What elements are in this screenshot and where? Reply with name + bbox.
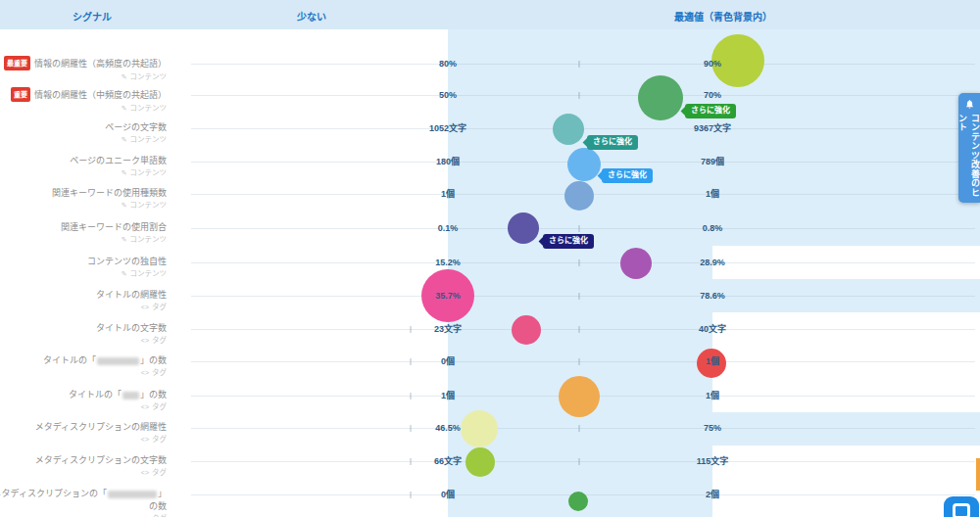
signal-category: ✎コンテンツ <box>4 71 167 82</box>
edit-icon: ✎ <box>122 236 127 243</box>
signal-category: <>タグ <box>43 367 167 378</box>
code-icon: <> <box>141 337 149 344</box>
current-value: 50% <box>389 89 507 101</box>
signal-label: ページのユニーク単語数✎コンテンツ <box>70 155 167 178</box>
signal-category: <>タグ <box>96 302 167 312</box>
row-leader-line <box>191 296 975 297</box>
optimal-value: 90% <box>654 58 771 70</box>
value-bubble[interactable] <box>620 248 652 279</box>
hints-tab[interactable]: コンテンツ改善のヒント <box>958 93 980 203</box>
signal-category: ✎コンテンツ <box>87 268 167 279</box>
column-header-bar: シグナル 少ない 最適値（青色背景内） <box>0 0 980 29</box>
optimal-value: 78.6% <box>654 290 771 302</box>
row-leader-line <box>191 461 975 462</box>
column-header-signal: シグナル <box>73 9 112 24</box>
optimal-value: 70% <box>654 89 771 101</box>
row-leader-line <box>191 95 975 96</box>
edit-icon: ✎ <box>122 136 127 143</box>
current-value: 80% <box>389 58 507 70</box>
optimal-value: 75% <box>654 422 771 434</box>
chat-button[interactable] <box>944 496 979 517</box>
scale-tick <box>578 92 580 99</box>
signal-label: メタディスクリプションの文字数<>タグ <box>35 454 167 478</box>
row-leader-line <box>191 361 975 362</box>
hint-badge[interactable]: さらに強化 <box>587 135 638 150</box>
column-header-low: 少ない <box>297 9 326 24</box>
value-bubble[interactable] <box>568 492 588 511</box>
signal-category: ✎コンテンツ <box>11 103 167 114</box>
optimal-value: 2個 <box>654 489 771 500</box>
scale-tick <box>578 61 580 68</box>
optimal-value: 9367文字 <box>654 122 771 134</box>
signal-category: ✎コンテンツ <box>61 234 167 245</box>
signal-label: メタディスクリプションの網羅性<>タグ <box>35 421 167 445</box>
hint-badge[interactable]: さらに強化 <box>543 234 594 249</box>
value-bubble[interactable] <box>553 114 584 145</box>
signal-label: コンテンツの独自性✎コンテンツ <box>87 256 167 279</box>
row-leader-line <box>191 428 975 429</box>
current-value: 1052文字 <box>389 122 507 134</box>
current-value: 15.2% <box>389 257 507 268</box>
optimal-value: 0.8% <box>654 222 771 234</box>
edit-icon: ✎ <box>122 105 127 112</box>
current-value: 0.1% <box>389 222 507 234</box>
signal-label: タイトルの文字数<>タグ <box>96 322 167 346</box>
hint-badge[interactable]: さらに強化 <box>602 168 653 183</box>
scale-tick <box>578 293 580 300</box>
row-leader-line <box>191 262 975 263</box>
signal-category: <>タグ <box>35 467 167 478</box>
current-value: 0個 <box>389 355 507 367</box>
optimal-value: 40文字 <box>654 323 771 335</box>
current-value: 66文字 <box>389 455 507 467</box>
value-bubble[interactable] <box>559 376 600 417</box>
value-bubble[interactable] <box>564 181 594 211</box>
code-icon: <> <box>141 436 149 443</box>
signal-label: タイトルの網羅性<>タグ <box>96 289 167 312</box>
row-leader-line <box>191 329 975 330</box>
value-bubble[interactable] <box>567 148 601 181</box>
code-icon: <> <box>141 403 149 410</box>
value-bubble[interactable] <box>508 212 539 244</box>
hint-badge[interactable]: さらに強化 <box>685 104 736 118</box>
code-icon: <> <box>141 469 149 476</box>
signal-category: ✎コンテンツ <box>70 167 167 178</box>
optimal-value: 1個 <box>654 188 771 200</box>
signal-category: <>タグ <box>0 513 167 517</box>
orange-edge-marker <box>976 458 980 491</box>
signal-label: メタディスクリプションの「」の数<>タグ <box>0 488 167 517</box>
content-analysis-screen: シグナル 少ない 最適値（青色背景内） 最重要情報の網羅性（高頻度の共起語）✎コ… <box>0 0 980 517</box>
scale-tick <box>578 425 580 432</box>
current-value: 180個 <box>389 156 507 167</box>
code-icon: <> <box>141 369 149 376</box>
current-value: 46.5% <box>389 422 507 434</box>
importance-badge: 最重要 <box>4 56 30 70</box>
signal-category: ✎コンテンツ <box>105 134 167 145</box>
bell-icon <box>964 99 975 110</box>
row-leader-line <box>191 228 975 229</box>
hints-tab-label: コンテンツ改善のヒント <box>956 114 980 204</box>
edit-icon: ✎ <box>122 270 127 277</box>
signal-label: 最重要情報の網羅性（高頻度の共起語）✎コンテンツ <box>4 57 167 82</box>
optimal-value: 115文字 <box>654 455 771 467</box>
importance-badge: 重要 <box>11 87 30 102</box>
edit-icon: ✎ <box>122 169 127 176</box>
edit-icon: ✎ <box>122 202 127 209</box>
redacted-keyword <box>97 357 139 365</box>
signal-label: タイトルの「」の数<>タグ <box>69 389 167 412</box>
scale-tick <box>578 458 580 465</box>
scale-tick <box>578 358 580 365</box>
signal-label: 関連キーワードの使用割合✎コンテンツ <box>61 221 167 245</box>
signal-category: <>タグ <box>96 335 167 346</box>
code-icon: <> <box>141 304 149 310</box>
value-bubble[interactable] <box>512 315 541 345</box>
row-leader-line <box>191 64 975 65</box>
current-value: 0個 <box>389 489 507 500</box>
optimal-value: 28.9% <box>654 257 771 268</box>
signal-category: <>タグ <box>69 401 167 412</box>
current-value: 1個 <box>389 188 507 200</box>
scale-tick <box>578 326 580 333</box>
current-value: 23文字 <box>389 323 507 335</box>
redacted-keyword <box>122 392 139 400</box>
signal-category: <>タグ <box>35 434 167 445</box>
signal-label: タイトルの「」の数<>タグ <box>43 354 167 378</box>
